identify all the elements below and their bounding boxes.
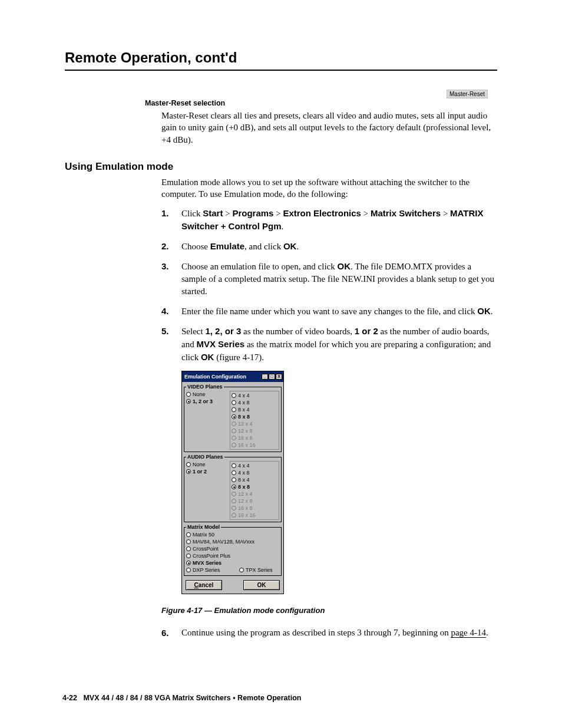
video-planes-legend: VIDEO Planes: [186, 384, 224, 390]
radio-video-4x8[interactable]: 4 x 8: [232, 399, 277, 406]
radio-video-12x4: 12 x 4: [232, 420, 277, 427]
radio-audio-16x16: 16 x 16: [232, 512, 277, 519]
ok-button[interactable]: OK: [243, 580, 280, 590]
emulation-intro: Emulation mode allows you to set up the …: [161, 176, 495, 200]
radio-video-none[interactable]: None: [186, 391, 229, 398]
step-number: 2.: [161, 240, 181, 253]
figure-caption: Figure 4-17 — Emulation mode configurati…: [161, 606, 497, 615]
matrix-model-group: Matrix Model Matrix 50 MAV84, MAV128, MA…: [184, 524, 282, 576]
video-planes-group: VIDEO Planes None 1, 2 or 3 4 x 4 4 x 8 …: [184, 384, 282, 452]
radio-audio-4x8[interactable]: 4 x 8: [232, 469, 277, 476]
radio-audio-4x4[interactable]: 4 x 4: [232, 462, 277, 469]
step-number: 6.: [161, 627, 181, 639]
radio-video-8x4[interactable]: 8 x 4: [232, 406, 277, 413]
step-number: 4.: [161, 305, 181, 318]
radio-model-mav[interactable]: MAV84, MAV128, MAVxxx: [186, 538, 279, 545]
step-4: 4. Enter the file name under which you w…: [161, 305, 497, 318]
master-reset-body: Master-Reset clears all ties and presets…: [161, 110, 495, 146]
dialog-titlebar: Emulation Configuration _ □ X: [182, 371, 283, 382]
radio-video-123[interactable]: 1, 2 or 3: [186, 398, 229, 405]
radio-video-4x4[interactable]: 4 x 4: [232, 392, 277, 399]
radio-model-dxp[interactable]: DXP Series: [186, 566, 233, 574]
step-text: Enter the file name under which you want…: [181, 305, 497, 318]
step-1: 1. Click Start > Programs > Extron Elect…: [161, 207, 497, 233]
page-number: 4-22: [62, 694, 77, 702]
step-6: 6. Continue using the program as describ…: [161, 627, 497, 639]
radio-audio-12x4: 12 x 4: [232, 490, 277, 498]
step-3: 3. Choose an emulation file to open, and…: [161, 260, 497, 298]
radio-audio-16x8: 16 x 8: [232, 505, 277, 512]
radio-audio-none[interactable]: None: [186, 461, 229, 468]
cancel-button[interactable]: Cancel: [186, 580, 222, 590]
radio-video-8x8[interactable]: 8 x 8: [232, 413, 277, 420]
step-text: Choose an emulation file to open, and cl…: [181, 260, 497, 298]
radio-model-tpx[interactable]: TPX Series: [239, 566, 273, 574]
close-icon[interactable]: X: [276, 374, 282, 380]
step-text: Continue using the program as described …: [181, 627, 497, 639]
radio-model-crosspoint[interactable]: CrossPoint: [186, 545, 279, 552]
radio-model-mvx[interactable]: MVX Series: [186, 559, 233, 566]
emulation-config-dialog: Emulation Configuration _ □ X VIDEO Plan…: [181, 371, 497, 594]
master-reset-heading: Master-Reset selection: [145, 99, 497, 107]
audio-planes-legend: AUDIO Planes: [186, 454, 224, 460]
step-text: Select 1, 2, or 3 as the number of video…: [181, 325, 497, 364]
step-text: Choose Emulate, and click OK.: [181, 240, 497, 253]
step-number: 1.: [161, 207, 181, 233]
matrix-model-legend: Matrix Model: [186, 524, 221, 530]
chapter-title: Remote Operation, cont'd: [65, 50, 497, 71]
emulation-steps: 1. Click Start > Programs > Extron Elect…: [161, 207, 497, 364]
emulation-heading: Using Emulation mode: [65, 161, 497, 173]
master-reset-badge: Master-Reset: [447, 90, 488, 98]
step-number: 5.: [161, 325, 181, 364]
radio-model-crosspoint-plus[interactable]: CrossPoint Plus: [186, 552, 279, 559]
radio-video-16x16: 16 x 16: [232, 442, 277, 449]
radio-video-12x8: 12 x 8: [232, 427, 277, 434]
radio-video-16x8: 16 x 8: [232, 434, 277, 442]
step-text: Click Start > Programs > Extron Electron…: [181, 207, 497, 233]
radio-model-matrix50[interactable]: Matrix 50: [186, 531, 279, 538]
step-5: 5. Select 1, 2, or 3 as the number of vi…: [161, 325, 497, 364]
radio-audio-8x8[interactable]: 8 x 8: [232, 483, 277, 490]
page-link[interactable]: page 4-14: [451, 628, 486, 638]
radio-audio-8x4[interactable]: 8 x 4: [232, 476, 277, 483]
step-number: 3.: [161, 260, 181, 298]
audio-planes-group: AUDIO Planes None 1 or 2 4 x 4 4 x 8 8 x…: [184, 454, 282, 522]
radio-audio-12[interactable]: 1 or 2: [186, 468, 229, 475]
footer-title: MVX 44 / 48 / 84 / 88 VGA Matrix Switche…: [83, 694, 301, 702]
step-2: 2. Choose Emulate, and click OK.: [161, 240, 497, 253]
radio-audio-12x8: 12 x 8: [232, 498, 277, 505]
minimize-icon[interactable]: _: [262, 374, 268, 380]
dialog-title: Emulation Configuration: [184, 374, 246, 380]
maximize-icon[interactable]: □: [269, 374, 275, 380]
page-footer: 4-22 MVX 44 / 48 / 84 / 88 VGA Matrix Sw…: [62, 694, 301, 702]
